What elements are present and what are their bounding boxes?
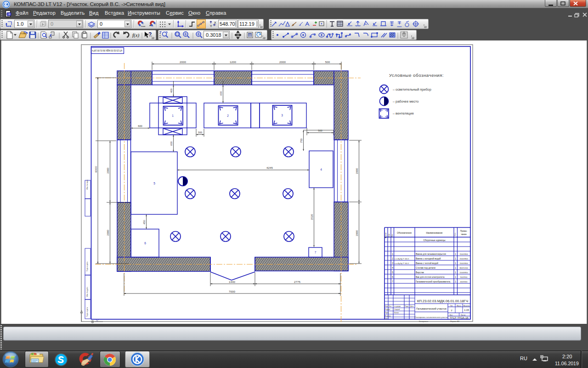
svg-text:– вентеляция: – вентеляция <box>393 111 414 115</box>
svg-text:Разраб.: Разраб. <box>385 309 390 310</box>
svg-text:450: 450 <box>143 220 146 224</box>
svg-text:КП.23.02.03.МДК.06.01.00.18ГЧ: КП.23.02.03.МДК.06.01.00.18ГЧ <box>92 49 122 52</box>
svg-text:2000: 2000 <box>356 168 358 174</box>
svg-text:1500Х800: 1500Х800 <box>459 262 468 264</box>
svg-text:X: X <box>214 21 216 24</box>
svg-text:1500Х800: 1500Х800 <box>459 258 468 260</box>
svg-text:– рабочее место: – рабочее место <box>393 99 418 104</box>
svg-text:Поз.: Поз. <box>391 234 393 237</box>
svg-text:6: 6 <box>144 242 146 245</box>
svg-text:Белов: Белов <box>394 312 399 314</box>
svg-text:Утв.: Утв. <box>385 318 388 320</box>
svg-text:400Х300: 400Х300 <box>460 281 468 283</box>
svg-text:1:15: 1:15 <box>464 309 469 311</box>
svg-text:Масштаб: Масштаб <box>464 305 470 307</box>
svg-text:Инв. № подл.: Инв. № подл. <box>86 179 88 190</box>
svg-text:Масса: Масса <box>457 305 461 307</box>
svg-text:6: 6 <box>392 276 393 278</box>
svg-text:3: 3 <box>281 114 283 117</box>
svg-text:750: 750 <box>300 138 303 143</box>
svg-text:600: 600 <box>170 141 173 145</box>
svg-text:Кол.: Кол. <box>454 232 456 236</box>
svg-text:Подп. и дата: Подп. и дата <box>86 307 88 317</box>
svg-text:600: 600 <box>220 91 222 95</box>
svg-text:в-та Вд Вд ТГ 400-3: в-та Вд Вд ТГ 400-3 <box>395 263 409 264</box>
svg-text:Гальванический участок: Гальванический участок <box>416 307 447 310</box>
svg-text:1100Х850: 1100Х850 <box>460 271 469 274</box>
svg-text:7000: 7000 <box>229 290 235 293</box>
svg-text:1: 1 <box>455 267 456 269</box>
svg-text:Дата: Дата <box>410 305 414 307</box>
svg-text:6000: 6000 <box>94 166 97 172</box>
svg-text:1: 1 <box>455 253 456 255</box>
svg-text:Бак для отстоя электролита: Бак для отстоя электролита <box>416 276 445 278</box>
svg-text:3: 3 <box>392 262 393 264</box>
svg-text:Подп. и дата: Подп. и дата <box>86 262 88 271</box>
svg-text:300: 300 <box>198 131 202 134</box>
svg-text:Наименование: Наименование <box>426 231 443 234</box>
svg-text:– осветительный прибор: – осветительный прибор <box>393 87 431 92</box>
svg-text:1200: 1200 <box>230 60 236 63</box>
svg-text:Лист: Лист <box>389 305 392 307</box>
svg-text:Копировал: Копировал <box>419 320 429 322</box>
svg-text:1: 1 <box>455 262 456 264</box>
svg-text:КП.23.02.03.МДК.06.01.00.18ГЧ: КП.23.02.03.МДК.06.01.00.18ГЧ <box>417 299 468 303</box>
svg-text:Подп.: Подп. <box>405 305 409 307</box>
svg-text:2000: 2000 <box>356 230 358 236</box>
svg-text:ТГСТ ТТОА-15: ТГСТ ТТОА-15 <box>450 316 469 319</box>
svg-text:в-та Вд Вд ТГ 400-3: в-та Вд Вд ТГ 400-3 <box>395 258 409 260</box>
svg-text:Листов: Листов <box>461 314 466 316</box>
svg-text:Изм: Изм <box>385 305 388 307</box>
svg-text:Н.контр.: Н.контр. <box>385 315 391 317</box>
svg-text:2: 2 <box>227 114 229 117</box>
svg-text:500: 500 <box>325 60 330 63</box>
svg-text:Ванна с теплой водой: Ванна с теплой водой <box>416 262 438 264</box>
svg-text:Зона: Зона <box>388 234 390 237</box>
svg-text:1: 1 <box>455 276 456 278</box>
svg-text:Верстак: Верстак <box>416 271 424 274</box>
svg-text:Формат: Формат <box>385 233 387 238</box>
svg-text:500: 500 <box>318 129 322 132</box>
svg-text:2000: 2000 <box>107 168 109 174</box>
svg-text:f(x): f(x) <box>132 32 140 38</box>
svg-text:2: 2 <box>392 258 393 260</box>
svg-text:4245: 4245 <box>266 166 273 169</box>
svg-text:1: 1 <box>455 281 456 283</box>
svg-text:Ванна с холодной водой: Ванна с холодной водой <box>416 257 441 260</box>
svg-text:1: 1 <box>455 258 456 260</box>
svg-text:2000: 2000 <box>279 60 286 63</box>
svg-text:Условные обозначения:: Условные обозначения: <box>389 73 444 78</box>
svg-text:2000: 2000 <box>180 60 186 63</box>
svg-text:7: 7 <box>392 281 393 283</box>
svg-text:у: у <box>451 309 452 311</box>
svg-text:4: 4 <box>392 267 393 269</box>
svg-text:1520: 1520 <box>311 214 313 220</box>
svg-text:600: 600 <box>138 125 142 127</box>
svg-text:1440: 1440 <box>229 280 235 283</box>
svg-text:5: 5 <box>153 182 155 185</box>
svg-text:Лит.: Лит. <box>450 305 453 307</box>
svg-text:2000: 2000 <box>107 230 109 236</box>
svg-text:400: 400 <box>170 88 173 92</box>
svg-text:900Х900: 900Х900 <box>460 276 468 278</box>
svg-text:Стелаж под детали: Стелаж под детали <box>416 267 435 269</box>
svg-text:№ докум.: № докум. <box>394 305 401 307</box>
svg-text:Сборочные единицы: Сборочные единицы <box>423 239 446 242</box>
svg-text:5: 5 <box>392 271 393 274</box>
svg-text:Ванна для гальванопокрытия: Ванна для гальванопокрытия <box>416 253 446 255</box>
svg-text:1500Х800: 1500Х800 <box>459 253 468 255</box>
svg-text:Обозначение: Обозначение <box>397 231 412 234</box>
svg-text:Y: Y <box>210 24 212 28</box>
svg-text:Инв. № дубл.: Инв. № дубл. <box>86 287 88 297</box>
svg-text:Формат А1: Формат А1 <box>450 320 460 322</box>
svg-text:7: 7 <box>315 251 317 254</box>
svg-text:Планировка гальванического уча: Планировка гальванического участка <box>415 316 449 318</box>
svg-text:1: 1 <box>455 271 456 274</box>
svg-text:Пров.: Пров. <box>385 312 389 314</box>
svg-text:чание: чание <box>461 233 467 236</box>
svg-text:800Х1200: 800Х1200 <box>459 267 468 269</box>
svg-text:1: 1 <box>172 114 174 117</box>
svg-text:2775: 2775 <box>294 280 300 283</box>
svg-text:Гальванический преобразователь: Гальванический преобразователь <box>416 280 451 283</box>
svg-text:Лист: Лист <box>450 314 453 316</box>
